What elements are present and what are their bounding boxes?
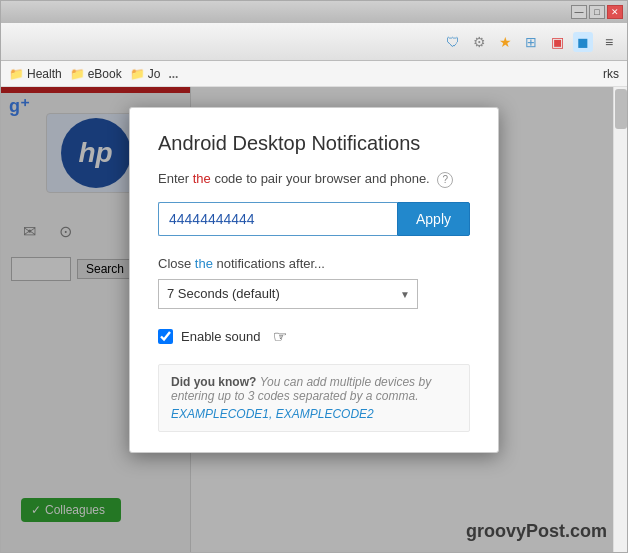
dialog-subtitle: Enter the code to pair your browser and … — [158, 171, 470, 188]
bookmarks-right-label: rks — [603, 67, 619, 81]
pocket-icon[interactable]: ▣ — [547, 32, 567, 52]
title-bar-buttons: — □ ✕ — [571, 5, 623, 19]
gear-icon[interactable]: ⚙ — [469, 32, 489, 52]
extension-icon[interactable]: ⊞ — [521, 32, 541, 52]
browser-window: — □ ✕ 🛡 ⚙ ★ ⊞ ▣ ◼ ≡ 📁 Health 📁 eBook � — [0, 0, 628, 553]
duration-select[interactable]: 7 Seconds (default) 3 Seconds 5 Seconds … — [158, 279, 418, 309]
folder-icon: 📁 — [130, 67, 145, 81]
duration-dropdown-row: 7 Seconds (default) 3 Seconds 5 Seconds … — [158, 279, 470, 309]
example-code: EXAMPLECODE1, EXAMPLECODE2 — [171, 407, 457, 421]
active-extension-icon[interactable]: ◼ — [573, 32, 593, 52]
help-icon[interactable]: ? — [437, 172, 453, 188]
subtitle-highlight: the — [193, 171, 211, 186]
minimize-button[interactable]: — — [571, 5, 587, 19]
notification-dialog: Android Desktop Notifications Enter the … — [129, 107, 499, 453]
title-bar: — □ ✕ — [1, 1, 627, 23]
duration-select-wrapper: 7 Seconds (default) 3 Seconds 5 Seconds … — [158, 279, 418, 309]
did-you-know-title: Did you know? — [171, 375, 256, 389]
bookmarks-overflow[interactable]: ... — [168, 67, 178, 81]
maximize-button[interactable]: □ — [589, 5, 605, 19]
page-area: hp ✉ ⊙ Search g⁺ ✓ Colleagues — [1, 87, 627, 552]
scrollbar[interactable] — [613, 87, 627, 552]
close-after-label: Close the notifications after... — [158, 256, 470, 271]
menu-icon[interactable]: ≡ — [599, 32, 619, 52]
folder-icon: 📁 — [70, 67, 85, 81]
enable-sound-checkbox[interactable] — [158, 329, 173, 344]
apply-button[interactable]: Apply — [397, 202, 470, 236]
bookmark-item-ebook[interactable]: 📁 eBook — [70, 67, 122, 81]
browser-toolbar: 🛡 ⚙ ★ ⊞ ▣ ◼ ≡ — [1, 23, 627, 61]
enable-sound-label: Enable sound — [181, 329, 261, 344]
enable-sound-row: Enable sound ☞ — [158, 327, 470, 346]
cursor-icon: ☞ — [273, 327, 287, 346]
scrollbar-thumb[interactable] — [615, 89, 627, 129]
star-icon[interactable]: ★ — [495, 32, 515, 52]
folder-icon: 📁 — [9, 67, 24, 81]
bookmark-item-health[interactable]: 📁 Health — [9, 67, 62, 81]
shield-icon[interactable]: 🛡 — [443, 32, 463, 52]
code-input[interactable]: 44444444444 — [158, 202, 397, 236]
did-you-know-box: Did you know? You can add multiple devic… — [158, 364, 470, 432]
bookmarks-bar: 📁 Health 📁 eBook 📁 Jo ... rks — [1, 61, 627, 87]
code-input-row: 44444444444 Apply — [158, 202, 470, 236]
dialog-overlay: Android Desktop Notifications Enter the … — [1, 87, 627, 552]
dialog-title: Android Desktop Notifications — [158, 132, 470, 155]
bookmark-item-jo[interactable]: 📁 Jo — [130, 67, 161, 81]
close-button[interactable]: ✕ — [607, 5, 623, 19]
